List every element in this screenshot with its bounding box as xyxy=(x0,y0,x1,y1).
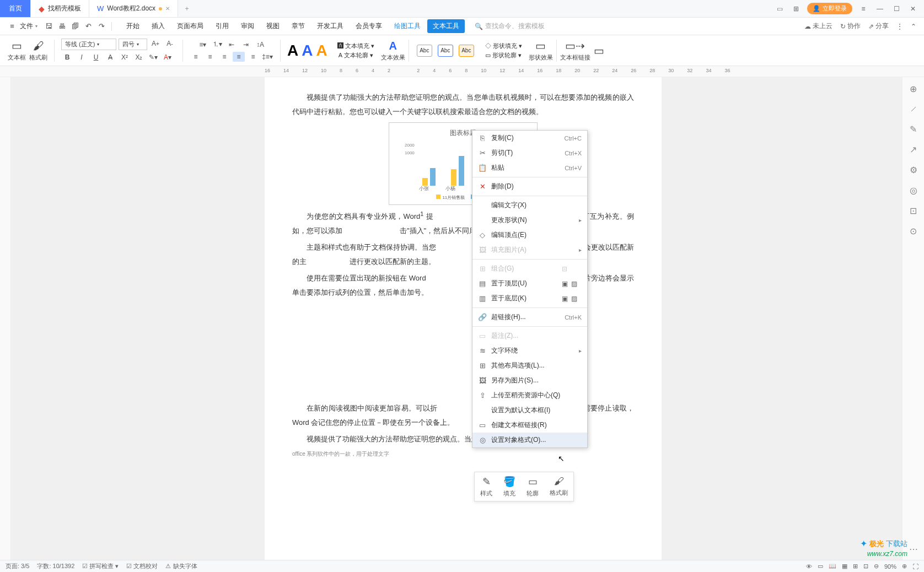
share-button[interactable]: ⇗分享 xyxy=(868,21,889,31)
shape-effect-button[interactable]: ▭ 形状效果 xyxy=(529,39,553,62)
tab-home[interactable]: 首页 xyxy=(0,0,31,17)
status-proof[interactable]: ☑ 文档校对 xyxy=(126,562,158,570)
back-icon-a[interactable]: ▣ xyxy=(562,295,568,303)
float-style[interactable]: ✎样式 xyxy=(475,472,498,501)
text-style-gallery[interactable]: A A A xyxy=(287,42,327,60)
save-icon[interactable]: 🖫 xyxy=(43,22,54,30)
tab-document[interactable]: W Word教程2.docx ✕ xyxy=(89,0,178,17)
increase-font-icon[interactable]: A+ xyxy=(149,39,162,48)
align-center-button[interactable]: ≡ xyxy=(204,52,216,62)
ribbon-tab-dev[interactable]: 开发工具 xyxy=(311,19,349,33)
superscript-button[interactable]: X² xyxy=(119,52,131,62)
underline-button[interactable]: U xyxy=(90,52,102,62)
numbering-button[interactable]: ⒈▾ xyxy=(211,40,223,50)
indent-inc-button[interactable]: ⇥ xyxy=(240,40,252,50)
indent-dec-button[interactable]: ⇤ xyxy=(225,40,238,50)
menu-icon[interactable]: ≡ xyxy=(858,5,869,13)
bullets-button[interactable]: ≡▾ xyxy=(197,40,209,50)
more-icon[interactable]: ⋮ xyxy=(896,23,903,30)
ctx-edit-text[interactable]: 编辑文字(X) xyxy=(472,198,587,213)
shape-style-2[interactable]: Abc xyxy=(438,45,453,57)
login-button[interactable]: 👤 立即登录 xyxy=(807,3,852,14)
ribbon-tab-review[interactable]: 审阅 xyxy=(235,19,260,33)
layout-icon[interactable]: ▭ xyxy=(774,5,785,13)
side-bookmark-icon[interactable]: ◎ xyxy=(910,185,917,196)
view-page-icon[interactable]: ▭ xyxy=(818,563,823,570)
ctx-format-object[interactable]: ◎设置对象格式(O)... xyxy=(472,433,587,447)
ribbon-tab-section[interactable]: 章节 xyxy=(286,19,310,33)
side-ellipsis-icon[interactable]: ⋯ xyxy=(909,544,918,554)
collapse-ribbon-icon[interactable]: ⌃ xyxy=(911,23,916,30)
text-effect-button[interactable]: A 文本效果 xyxy=(381,40,405,62)
float-painter[interactable]: 🖌格式刷 xyxy=(544,472,573,501)
status-page[interactable]: 页面: 3/5 xyxy=(6,562,29,570)
shape-outline-button[interactable]: ▭ 形状轮廓 ▾ xyxy=(485,51,522,60)
close-button[interactable]: ✕ xyxy=(907,5,918,13)
side-settings-icon[interactable]: ⚙ xyxy=(910,165,917,175)
font-color-button[interactable]: A▾ xyxy=(162,52,174,62)
bold-button[interactable]: B xyxy=(61,52,73,62)
subscript-button[interactable]: X₂ xyxy=(133,52,145,62)
decrease-font-icon[interactable]: A- xyxy=(164,39,176,48)
link-textbox-button[interactable]: ▭⇢ 文本框链接 xyxy=(560,39,590,62)
coop-button[interactable]: ↻协作 xyxy=(840,21,861,31)
ctx-hyperlink[interactable]: 🔗超链接(H)...Ctrl+K xyxy=(472,310,587,325)
status-spell[interactable]: ☑ 拼写检查 ▾ xyxy=(82,562,119,570)
font-name-select[interactable]: 等线 (正文)▾ xyxy=(61,39,116,50)
text-outline-button[interactable]: A 文本轮廓 ▾ xyxy=(339,51,373,60)
side-plus-icon[interactable]: ⊕ xyxy=(910,84,917,94)
side-help-icon[interactable]: ⊙ xyxy=(910,226,917,236)
minimize-button[interactable]: — xyxy=(874,5,885,13)
front-icon-a[interactable]: ▣ xyxy=(562,280,568,288)
shape-fill-button[interactable]: ◇ 形状填充 ▾ xyxy=(485,42,522,50)
preview-icon[interactable]: 🗐 xyxy=(69,22,80,30)
style-a3[interactable]: A xyxy=(316,42,327,60)
ctx-save-as-pic[interactable]: 🖼另存为图片(S)... xyxy=(472,373,587,388)
view-outline-icon[interactable]: ▦ xyxy=(842,563,847,570)
align-dist-button[interactable]: ≡ xyxy=(247,52,259,62)
style-a2[interactable]: A xyxy=(302,42,313,60)
status-missing-font[interactable]: ⚠ 缺失字体 xyxy=(165,562,197,570)
text-dir-button[interactable]: ↕A xyxy=(254,40,266,50)
document-area[interactable]: 视频提供了功能强大的方法帮助您证明您的观点。当您单击联机视频时，可以在想要添加的… xyxy=(11,77,902,560)
ctx-edit-points[interactable]: ◇编辑顶点(E) xyxy=(472,228,587,242)
ctx-paste[interactable]: 📋粘贴Ctrl+V xyxy=(472,160,587,175)
align-justify-button[interactable]: ≡ xyxy=(233,52,245,62)
view-read-icon[interactable]: 📖 xyxy=(829,563,836,570)
ribbon-tab-vip[interactable]: 会员专享 xyxy=(350,19,388,33)
text-fill-button[interactable]: 🅰 文本填充 ▾ xyxy=(337,42,374,50)
cloud-status[interactable]: ☁未上云 xyxy=(804,21,832,31)
ctx-set-default[interactable]: 设置为默认文本框(I) xyxy=(472,403,587,418)
status-words[interactable]: 字数: 10/1392 xyxy=(37,562,74,570)
ctx-create-link[interactable]: ▭创建文本框链接(R) xyxy=(472,418,587,433)
line-spacing-button[interactable]: ‡≡▾ xyxy=(261,52,273,62)
ribbon-tab-insert[interactable]: 插入 xyxy=(146,19,170,33)
tab-add-button[interactable]: ＋ xyxy=(178,0,196,17)
textbox-button[interactable]: ▭ 文本框 xyxy=(8,39,26,62)
grid-icon[interactable]: ⊞ xyxy=(791,5,802,13)
print-icon[interactable]: 🖶 xyxy=(56,22,67,30)
view-eye-icon[interactable]: 👁 xyxy=(806,563,812,570)
side-more-icon[interactable]: ⊡ xyxy=(910,206,917,216)
command-search[interactable]: 🔍 查找命令、搜索模板 xyxy=(475,21,545,31)
zoom-in-button[interactable]: ⊕ xyxy=(902,563,907,570)
ribbon-tab-text-tools[interactable]: 文本工具 xyxy=(427,19,465,33)
ctx-change-shape[interactable]: 更改形状(N)▸ xyxy=(472,213,587,228)
view-web-icon[interactable]: ⊞ xyxy=(853,563,858,570)
undo-icon[interactable]: ↶ xyxy=(83,22,94,30)
ctx-cut[interactable]: ✂剪切(T)Ctrl+X xyxy=(472,145,587,160)
align-right-button[interactable]: ≡ xyxy=(218,52,230,62)
ctx-wrap[interactable]: ≋文字环绕▸ xyxy=(472,343,587,358)
ribbon-tab-reference[interactable]: 引用 xyxy=(210,19,234,33)
zoom-out-button[interactable]: ⊖ xyxy=(874,563,879,570)
tab-close-icon[interactable]: ✕ xyxy=(165,6,170,12)
ctx-send-back[interactable]: ▥置于底层(K) xyxy=(472,291,562,306)
strike-button[interactable]: A̶ xyxy=(104,52,116,62)
ctx-delete[interactable]: ✕删除(D) xyxy=(472,179,587,194)
front-icon-b[interactable]: ▨ xyxy=(571,280,577,288)
ribbon-tab-draw-tools[interactable]: 绘图工具 xyxy=(389,19,426,33)
tab-template[interactable]: ◆ 找稻壳模板 xyxy=(31,0,89,17)
shape-style-3[interactable]: Abc xyxy=(459,45,474,57)
side-select-icon[interactable]: ⟋ xyxy=(909,104,918,114)
zoom-level[interactable]: 90% xyxy=(884,563,896,570)
